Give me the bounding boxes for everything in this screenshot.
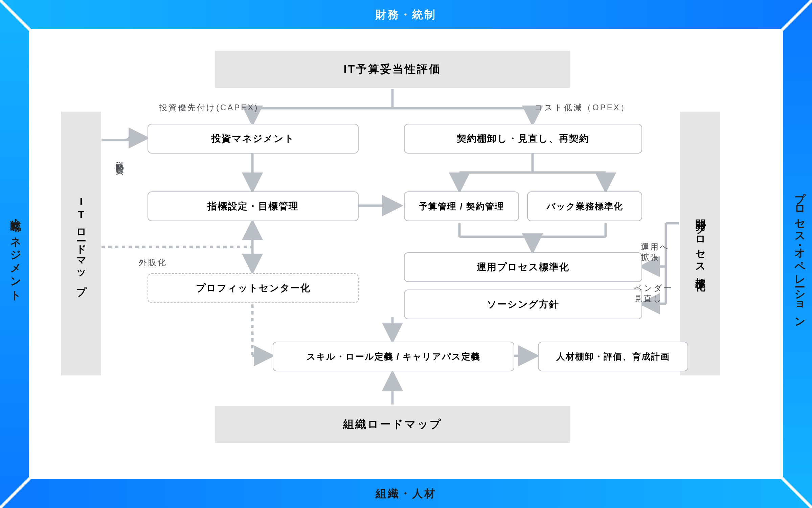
frame-top-label: 財務・統制: [376, 7, 436, 22]
frame-bottom-label: 組織・人材: [376, 486, 436, 501]
gray-left-col-label: ITロードマップ: [74, 195, 88, 292]
annot-expand-to-ops: 運用へ拡張: [641, 241, 670, 262]
box-investment-mgmt: 投資マネジメント: [148, 124, 359, 154]
annot-strategic-investment: 戦略的投資: [114, 155, 125, 162]
box-skill-role-career: スキル・ロール定義 / キャリアパス定義: [273, 342, 514, 371]
box-kpi-target: 指標設定・目標管理: [148, 191, 359, 221]
box-back-office-std: バック業務標準化: [527, 191, 642, 221]
frame-right-label: プロセス・オペレーション: [792, 185, 807, 323]
gray-bottom-bar: 組織ロードマップ: [215, 406, 570, 443]
gray-right-col: 開発プロセス標準化: [680, 112, 720, 375]
frame-left-label: 戦略・マネジメント: [8, 211, 23, 297]
annot-vendor-review: ベンダー見直し: [634, 283, 673, 304]
gray-bottom-bar-label: 組織ロードマップ: [343, 417, 442, 432]
gray-top-bar: IT予算妥当性評価: [215, 51, 570, 88]
gray-right-col-label: 開発プロセス標準化: [693, 211, 707, 276]
box-profit-center: プロフィットセンター化: [148, 273, 359, 303]
box-contract-review: 契約棚卸し・見直し、再契約: [404, 124, 642, 154]
annot-externalize: 外販化: [139, 257, 167, 268]
box-hr-inventory-plan: 人材棚卸・評価、育成計画: [538, 342, 688, 371]
diagram: 財務・統制 組織・人材 戦略・マネジメント プロセス・オペレーション IT予算妥…: [0, 0, 812, 508]
box-ops-process-std: 運用プロセス標準化: [404, 252, 642, 282]
annot-capex: 投資優先付け(CAPEX): [159, 102, 258, 113]
annot-opex: コスト低減（OPEX）: [535, 102, 630, 113]
gray-left-col: ITロードマップ: [61, 112, 101, 375]
box-budget-contract: 予算管理 / 契約管理: [404, 191, 519, 221]
box-sourcing-policy: ソーシング方針: [404, 290, 642, 319]
gray-top-bar-label: IT予算妥当性評価: [344, 62, 441, 77]
